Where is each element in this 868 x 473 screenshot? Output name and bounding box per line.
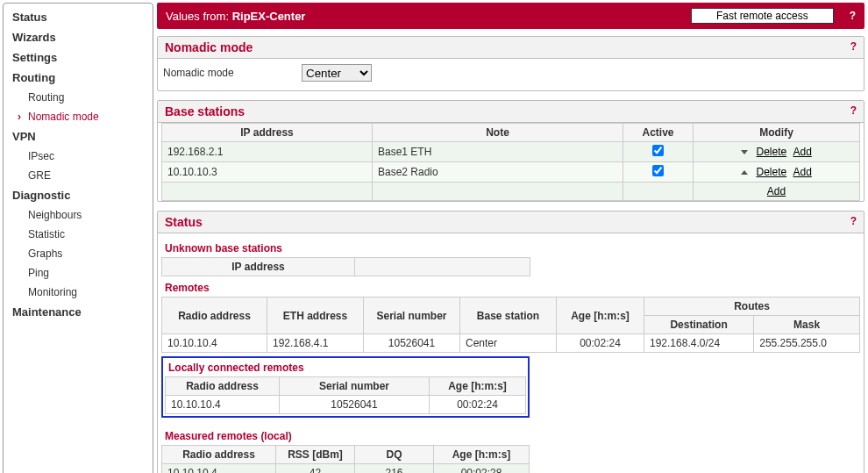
th-active: Active: [623, 124, 694, 142]
bs-active-checkbox[interactable]: [652, 165, 664, 176]
remotes-title: Remotes: [161, 276, 860, 297]
th-meas-age: Age [h:m:s]: [434, 446, 530, 464]
remote-mask: 255.255.255.0: [754, 334, 860, 353]
remote-base: Center: [460, 334, 557, 353]
banner-title: Values from: RipEX-Center: [166, 10, 305, 23]
unknown-bs-title: Unknown base stations: [161, 237, 860, 257]
local-remotes-title: Locally connected remotes: [165, 360, 526, 376]
nomadic-mode-select[interactable]: Center: [302, 64, 372, 82]
nav-ping[interactable]: Ping: [4, 263, 153, 283]
bs-row: 192.168.2.1 Base1 ETH Delete Add: [162, 142, 860, 162]
local-radio: 10.10.10.4: [166, 396, 280, 414]
base-stations-header: Base stations ?: [158, 101, 864, 123]
bs-ip: 10.10.10.3: [162, 162, 373, 183]
remote-radio: 10.10.10.4: [162, 334, 267, 353]
fast-remote-access-button[interactable]: Fast remote access: [691, 8, 834, 24]
bs-active-checkbox[interactable]: [652, 145, 664, 156]
banner-prefix: Values from:: [166, 10, 229, 23]
remote-eth: 192.168.4.1: [267, 334, 364, 353]
banner-device: RipEX-Center: [232, 10, 306, 23]
bs-note: Base2 Radio: [373, 162, 623, 183]
nomadic-mode-label: Nomadic mode: [161, 67, 302, 79]
bs-note: Base1 ETH: [373, 142, 623, 162]
add-link[interactable]: Add: [767, 185, 786, 197]
nav-monitoring[interactable]: Monitoring: [4, 283, 153, 302]
nav-routing[interactable]: Routing: [4, 68, 153, 88]
measured-row: 10.10.10.4 42 216 00:02:28: [162, 464, 530, 474]
meas-radio: 10.10.10.4: [162, 464, 276, 474]
sidebar: Status Wizards Settings Routing Routing …: [3, 3, 153, 473]
measured-table: Radio address RSS [dBm] DQ Age [h:m:s] 1…: [161, 445, 530, 473]
nav-neighbours[interactable]: Neighbours: [4, 205, 153, 225]
remote-serial: 10526041: [364, 334, 460, 353]
remote-age: 00:02:24: [557, 334, 644, 353]
meas-age: 00:02:28: [434, 464, 530, 474]
nav-maintenance[interactable]: Maintenance: [4, 302, 153, 322]
nav-status[interactable]: Status: [4, 7, 153, 27]
th-radio: Radio address: [162, 297, 267, 334]
th-local-radio: Radio address: [166, 377, 280, 396]
up-icon[interactable]: [741, 170, 748, 175]
bs-row: Add: [162, 183, 860, 201]
status-panel-header: Status ?: [158, 211, 864, 233]
nomadic-panel-title: Nomadic mode: [165, 40, 253, 54]
base-stations-help-icon[interactable]: ?: [850, 104, 857, 117]
down-icon[interactable]: [741, 150, 748, 154]
th-ip: IP address: [162, 124, 373, 142]
base-stations-title: Base stations: [165, 104, 245, 118]
main-content: Values from: RipEX-Center Fast remote ac…: [153, 0, 868, 473]
nav-diagnostic[interactable]: Diagnostic: [4, 185, 153, 205]
delete-link[interactable]: Delete: [756, 146, 786, 158]
th-local-age: Age [h:m:s]: [430, 377, 526, 396]
status-panel-title: Status: [165, 215, 203, 229]
th-local-serial: Serial number: [280, 377, 430, 396]
local-age: 00:02:24: [430, 396, 526, 414]
unknown-bs-table: IP address: [161, 257, 530, 276]
nomadic-help-icon[interactable]: ?: [850, 40, 857, 53]
th-meas-radio: Radio address: [162, 446, 276, 464]
nav-vpn[interactable]: VPN: [4, 126, 153, 147]
th-mask: Mask: [754, 316, 860, 334]
banner-help-icon[interactable]: ?: [850, 10, 856, 22]
meas-rss: 42: [276, 464, 355, 474]
th-dest: Destination: [644, 316, 754, 334]
th-age: Age [h:m:s]: [557, 297, 644, 334]
remotes-table: Radio address ETH address Serial number …: [161, 297, 860, 353]
th-meas-dq: DQ: [355, 446, 434, 464]
base-stations-panel: Base stations ? IP address Note Active M…: [157, 100, 864, 202]
local-serial: 10526041: [280, 396, 430, 414]
status-help-icon[interactable]: ?: [850, 215, 857, 227]
th-eth: ETH address: [267, 297, 364, 334]
local-remotes-highlight: Locally connected remotes Radio address …: [161, 356, 530, 418]
remote-row: 10.10.10.4 192.168.4.1 10526041 Center 0…: [162, 334, 860, 353]
bs-ip: 192.168.2.1: [162, 142, 373, 162]
nomadic-panel: Nomadic mode ? Nomadic mode Center: [157, 36, 864, 91]
delete-link[interactable]: Delete: [756, 166, 786, 178]
nav-gre[interactable]: GRE: [4, 166, 153, 185]
nav-routing-sub[interactable]: Routing: [4, 88, 153, 107]
bs-row: 10.10.10.3 Base2 Radio Delete Add: [162, 162, 860, 183]
base-stations-table: IP address Note Active Modify 192.168.2.…: [161, 123, 860, 201]
meas-dq: 216: [355, 464, 434, 474]
local-remotes-table: Radio address Serial number Age [h:m:s] …: [165, 376, 526, 414]
th-base: Base station: [460, 297, 557, 334]
measured-title: Measured remotes (local): [161, 425, 860, 445]
unknown-th-ip: IP address: [162, 258, 355, 276]
nav-statistic[interactable]: Statistic: [4, 225, 153, 244]
nomadic-panel-header: Nomadic mode ?: [158, 37, 864, 59]
add-link[interactable]: Add: [793, 166, 812, 178]
th-routes: Routes: [644, 297, 860, 316]
nav-graphs[interactable]: Graphs: [4, 244, 153, 263]
th-meas-rss: RSS [dBm]: [276, 446, 355, 464]
th-serial: Serial number: [364, 297, 460, 334]
th-note: Note: [373, 124, 623, 142]
nav-nomadic-mode[interactable]: Nomadic mode: [4, 107, 153, 126]
local-row: 10.10.10.4 10526041 00:02:24: [166, 396, 526, 414]
nav-ipsec[interactable]: IPsec: [4, 147, 153, 166]
nav-wizards[interactable]: Wizards: [4, 27, 153, 47]
add-link[interactable]: Add: [793, 146, 812, 158]
remote-dest: 192.168.4.0/24: [644, 334, 754, 353]
nav-settings[interactable]: Settings: [4, 47, 153, 68]
banner: Values from: RipEX-Center Fast remote ac…: [157, 3, 864, 29]
th-modify: Modify: [694, 124, 860, 142]
